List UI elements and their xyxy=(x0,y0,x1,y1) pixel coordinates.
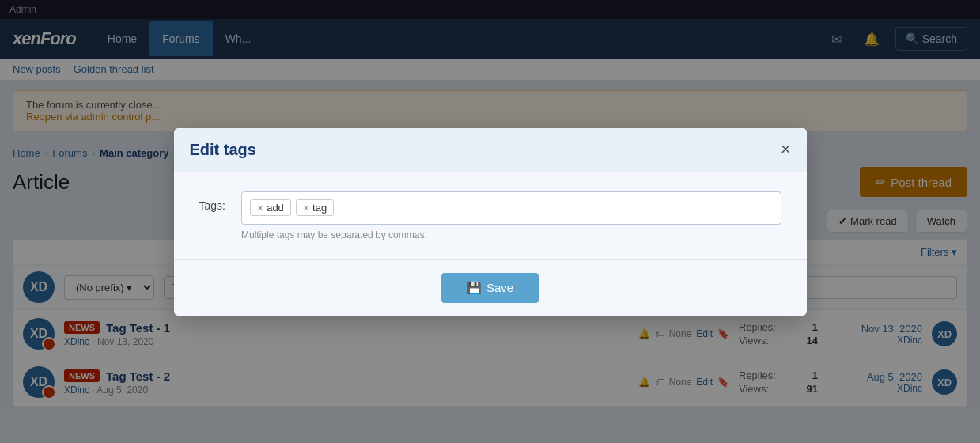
tags-input-area: × add × tag Multiple tags may be separat… xyxy=(241,191,781,240)
modal-title: Edit tags xyxy=(190,141,256,159)
modal-close-button[interactable]: × xyxy=(781,141,791,158)
tag-remove-add[interactable]: × xyxy=(257,203,263,214)
modal-footer: 💾 Save xyxy=(174,259,807,316)
tags-label: Tags: xyxy=(199,191,225,212)
tags-row: Tags: × add × tag Multiple tags may be s… xyxy=(199,191,781,240)
tag-chip-add: × add xyxy=(250,199,291,216)
modal-body: Tags: × add × tag Multiple tags may be s… xyxy=(174,172,807,259)
save-icon: 💾 xyxy=(467,281,482,295)
tag-remove-tag[interactable]: × xyxy=(303,203,309,214)
tag-label-tag: tag xyxy=(312,202,327,214)
tag-chip-tag: × tag xyxy=(296,199,334,216)
tags-box[interactable]: × add × tag xyxy=(241,191,781,225)
tags-hint: Multiple tags may be separated by commas… xyxy=(241,229,781,240)
modal-header: Edit tags × xyxy=(174,128,807,172)
modal-overlay[interactable]: Edit tags × Tags: × add × tag xyxy=(0,0,980,407)
save-button[interactable]: 💾 Save xyxy=(441,273,539,303)
tag-label-add: add xyxy=(267,202,284,214)
save-label: Save xyxy=(486,281,513,294)
edit-tags-modal: Edit tags × Tags: × add × tag xyxy=(174,128,807,316)
